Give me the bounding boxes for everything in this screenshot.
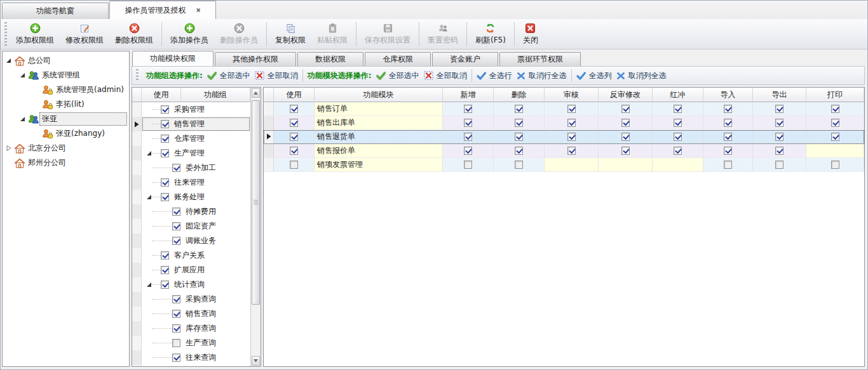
permission-checkbox[interactable]	[724, 105, 732, 113]
permission-cell[interactable]	[545, 144, 599, 158]
tab-function-nav[interactable]: 功能导航窗	[2, 3, 109, 19]
refresh-button[interactable]: 刷新(F5)	[470, 20, 512, 48]
select-all-modules[interactable]: 全部选中	[376, 70, 419, 81]
selection-toolbar-grip[interactable]	[136, 69, 139, 82]
group-use-checkbox[interactable]	[161, 120, 169, 128]
group-use-checkbox[interactable]	[161, 251, 169, 260]
select-row-all[interactable]: 全选行	[477, 70, 512, 81]
permission-cell[interactable]	[494, 144, 545, 158]
row-sales-outbound[interactable]: 销售出库单	[264, 116, 864, 130]
tree-node-head-office[interactable]: 总公司	[3, 53, 129, 68]
permission-cell[interactable]	[545, 102, 599, 116]
grid-column-header[interactable]: 导入	[703, 88, 753, 102]
grid-column-header[interactable]: 红冲	[653, 88, 703, 102]
deselect-all-modules[interactable]: 全部取消	[424, 70, 467, 81]
grid-column-header[interactable]: 删除	[494, 88, 545, 102]
permission-cell[interactable]	[599, 116, 653, 130]
group-use-checkbox[interactable]	[172, 208, 180, 216]
use-checkbox[interactable]	[290, 119, 298, 127]
permission-checkbox[interactable]	[567, 133, 576, 141]
grid-column-header[interactable]: 审核	[545, 88, 599, 102]
permission-checkbox[interactable]	[464, 133, 472, 141]
tree-node-admin-user[interactable]: 系统管理员(admin)	[3, 83, 129, 97]
deselect-row-all[interactable]: 取消行全选	[517, 70, 567, 81]
tree-node-beijing-branch[interactable]: 北京分公司	[3, 141, 129, 155]
group-row[interactable]: 固定资产	[132, 219, 250, 234]
permission-cell[interactable]	[703, 102, 753, 116]
group-use-checkbox[interactable]	[172, 295, 180, 303]
permission-checkbox[interactable]	[567, 105, 576, 113]
use-checkbox[interactable]	[290, 161, 298, 169]
permission-cell[interactable]	[599, 144, 653, 158]
group-header-use[interactable]: 使用	[142, 88, 181, 102]
collapsed-expander-icon[interactable]	[5, 145, 12, 152]
permission-cell[interactable]	[443, 130, 494, 144]
group-use-checkbox[interactable]	[161, 178, 169, 187]
expanded-expander-icon[interactable]	[146, 150, 152, 156]
scrollbar-thumb[interactable]	[252, 100, 260, 305]
group-row[interactable]: 销售管理	[132, 117, 250, 131]
paste-perm-button[interactable]: 粘贴权限	[311, 20, 353, 48]
permission-cell[interactable]	[806, 158, 864, 172]
permission-cell[interactable]	[443, 102, 494, 116]
permission-checkbox[interactable]	[464, 105, 472, 113]
permission-cell[interactable]	[443, 144, 494, 158]
group-use-checkbox[interactable]	[161, 149, 169, 157]
permission-checkbox[interactable]	[775, 147, 783, 155]
expanded-expander-icon[interactable]	[146, 282, 152, 287]
group-use-checkbox[interactable]	[172, 339, 180, 347]
scroll-down-icon[interactable]	[252, 356, 260, 366]
group-use-checkbox[interactable]	[172, 237, 180, 245]
tab-bill-link-perm[interactable]: 票据环节权限	[499, 52, 581, 66]
group-row[interactable]: 库存查询	[132, 321, 250, 336]
tab-operator-management[interactable]: 操作员管理及授权×	[109, 1, 216, 19]
permission-checkbox[interactable]	[775, 105, 783, 113]
group-row[interactable]: 销售查询	[132, 307, 250, 321]
row-sales-order[interactable]: 销售订单	[264, 102, 864, 116]
permission-cell[interactable]	[494, 130, 545, 144]
permission-cell[interactable]	[653, 144, 703, 158]
permission-cell[interactable]	[443, 158, 494, 172]
tab-other-op-perm[interactable]: 其他操作权限	[215, 52, 296, 66]
group-row[interactable]: 委外加工	[132, 161, 250, 175]
deselect-all-groups[interactable]: 全部取消	[255, 70, 298, 81]
permission-checkbox[interactable]	[621, 147, 630, 155]
permission-cell[interactable]	[753, 102, 806, 116]
tab-function-module-perm[interactable]: 功能模块权限	[132, 51, 214, 66]
permission-cell[interactable]	[494, 116, 545, 130]
permission-checkbox[interactable]	[724, 119, 732, 127]
row-sales-return[interactable]: 销售退货单	[264, 130, 864, 144]
group-row[interactable]: 调账业务	[132, 234, 250, 248]
add-operator-button[interactable]: 添加操作员	[165, 20, 214, 48]
group-use-checkbox[interactable]	[172, 324, 180, 333]
expanded-expander-icon[interactable]	[5, 57, 12, 64]
group-use-checkbox[interactable]	[161, 193, 169, 201]
permission-checkbox[interactable]	[831, 161, 839, 169]
group-header-name[interactable]: 功能组	[181, 88, 250, 102]
row-sales-quote[interactable]: 销售报价单	[264, 144, 864, 158]
tab-close-icon[interactable]: ×	[196, 6, 200, 15]
use-checkbox[interactable]	[290, 105, 298, 113]
permission-cell[interactable]	[753, 116, 806, 130]
permission-cell[interactable]	[599, 102, 653, 116]
grid-column-header[interactable]: 使用	[274, 88, 315, 102]
permission-checkbox[interactable]	[674, 119, 682, 127]
permission-cell[interactable]	[599, 130, 653, 144]
permission-checkbox[interactable]	[775, 133, 783, 141]
permission-checkbox[interactable]	[724, 147, 732, 155]
permission-cell[interactable]	[703, 144, 753, 158]
permission-checkbox[interactable]	[621, 105, 630, 113]
deselect-col-all[interactable]: 取消列全选	[616, 70, 667, 81]
group-list-scrollbar[interactable]	[250, 88, 261, 366]
permission-cell[interactable]	[703, 158, 753, 172]
group-use-checkbox[interactable]	[161, 281, 169, 289]
permission-checkbox[interactable]	[724, 161, 732, 169]
expanded-expander-icon[interactable]	[19, 116, 26, 122]
group-use-checkbox[interactable]	[172, 353, 180, 362]
group-row[interactable]: 采购管理	[132, 102, 250, 117]
permission-checkbox[interactable]	[515, 147, 523, 155]
permission-checkbox[interactable]	[724, 133, 732, 141]
permission-checkbox[interactable]	[674, 147, 682, 155]
group-row[interactable]: 扩展应用	[132, 263, 250, 277]
tab-warehouse-perm[interactable]: 仓库权限	[365, 52, 431, 66]
